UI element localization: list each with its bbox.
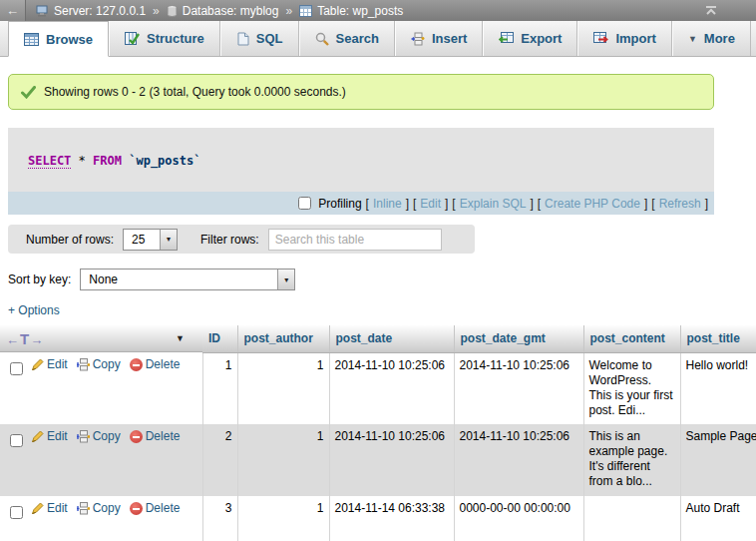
profiling-label: Profiling — [318, 197, 361, 211]
browse-icon — [24, 33, 39, 46]
profiling-checkbox[interactable] — [298, 197, 311, 210]
edit-row-link[interactable]: Edit — [31, 429, 68, 444]
nav-back-button[interactable]: ← — [0, 0, 26, 21]
delete-row-link[interactable]: Delete — [130, 357, 181, 372]
header-post-title[interactable]: post_title — [680, 325, 756, 352]
header-post-date-gmt[interactable]: post_date_gmt — [454, 325, 583, 352]
breadcrumb-table[interactable]: Table: wp_posts — [317, 4, 403, 18]
bracket: [ — [538, 197, 541, 211]
sort-by-key-label: Sort by key: — [8, 272, 71, 286]
cell-post-date-gmt: 2014-11-10 10:25:06 — [454, 424, 583, 496]
row-checkbox[interactable] — [10, 434, 23, 447]
options-toggle-link[interactable]: + Options — [8, 303, 60, 317]
cell-post-title: Hello world! — [680, 352, 756, 424]
cell-post-content — [583, 496, 680, 541]
sort-by-key-value: None — [81, 270, 277, 289]
export-icon — [499, 32, 514, 45]
row-checkbox[interactable] — [10, 362, 23, 375]
number-of-rows-value: 25 — [124, 230, 160, 250]
select-caret-icon: ▾ — [160, 230, 177, 250]
create-php-code-link[interactable]: Create PHP Code — [545, 197, 640, 211]
breadcrumb-database[interactable]: Database: myblog — [183, 4, 279, 18]
delete-icon — [130, 358, 143, 371]
sql-table-ref: `wp_posts` — [129, 154, 200, 168]
cell-post-content: Welcome to WordPress. This is your first… — [583, 352, 680, 424]
row-actions: EditCopyDelete — [0, 496, 202, 541]
sort-by-key-row: Sort by key: None ▾ — [8, 269, 756, 290]
breadcrumb-server[interactable]: Server: 127.0.0.1 — [54, 4, 146, 18]
tab-label: Insert — [432, 31, 467, 46]
table-row: EditCopyDelete 1 1 2014-11-10 10:25:06 2… — [0, 352, 756, 424]
sort-by-key-select[interactable]: None ▾ — [80, 269, 295, 290]
tab-browse[interactable]: Browse — [8, 21, 109, 57]
results-table: ←T→ ▼ ID post_author post_date post_date… — [0, 325, 756, 541]
explain-sql-link[interactable]: Explain SQL — [460, 197, 527, 211]
cell-post-content: This is an example page. It's different … — [583, 424, 680, 496]
tab-label: SQL — [256, 31, 283, 46]
select-caret-icon: ▾ — [277, 270, 294, 289]
sort-caret-icon[interactable]: ▼ — [176, 333, 185, 343]
structure-icon — [125, 32, 140, 45]
header-post-author[interactable]: post_author — [237, 325, 329, 352]
rows-control-bar: Number of rows: 25 ▾ Filter rows: — [8, 225, 475, 254]
column-marker-icon[interactable]: ←T→ — [6, 330, 44, 347]
copy-row-link[interactable]: Copy — [77, 501, 121, 516]
sql-query: SELECT * FROM `wp_posts` — [8, 128, 714, 192]
tab-search[interactable]: Search — [299, 21, 395, 56]
tab-more[interactable]: ▼ More — [672, 21, 751, 56]
sql-page-icon — [236, 32, 249, 46]
header-id[interactable]: ID — [202, 325, 237, 352]
delete-row-link[interactable]: Delete — [130, 429, 181, 444]
chevron-down-icon: ▼ — [688, 34, 697, 44]
bracket: [ — [413, 197, 416, 211]
edit-row-link[interactable]: Edit — [31, 357, 68, 372]
inline-link[interactable]: Inline — [373, 197, 402, 211]
tab-sql[interactable]: SQL — [220, 21, 299, 56]
bracket: ] — [705, 197, 708, 211]
tab-insert[interactable]: Insert — [395, 21, 483, 56]
breadcrumb-separator: » — [285, 4, 292, 18]
tab-export[interactable]: Export — [483, 21, 577, 56]
row-checkbox[interactable] — [10, 506, 23, 519]
cell-post-date-gmt: 2014-11-10 10:25:06 — [454, 352, 583, 424]
number-of-rows-select[interactable]: 25 ▾ — [123, 229, 178, 251]
row-actions: EditCopyDelete — [0, 424, 202, 496]
number-of-rows-label: Number of rows: — [26, 233, 114, 247]
row-actions: EditCopyDelete — [0, 352, 202, 424]
delete-icon — [130, 502, 143, 515]
sql-star: * — [79, 154, 86, 168]
pencil-icon — [31, 358, 44, 371]
breadcrumb: Server: 127.0.0.1 » Database: myblog » T… — [36, 4, 403, 18]
refresh-link[interactable]: Refresh — [659, 197, 701, 211]
table-row: EditCopyDelete 2 1 2014-11-10 10:25:06 2… — [0, 424, 756, 496]
filter-rows-input[interactable] — [268, 229, 442, 251]
copy-row-link[interactable]: Copy — [77, 357, 121, 372]
header-actions: ←T→ ▼ — [0, 325, 202, 352]
cell-id: 2 — [202, 424, 237, 496]
tab-bar: Browse Structure SQL Search Insert Expor… — [0, 21, 756, 57]
pencil-icon — [31, 502, 44, 515]
cell-post-date: 2014-11-10 10:25:06 — [329, 424, 454, 496]
search-icon — [315, 32, 329, 46]
header-post-content[interactable]: post_content — [583, 325, 680, 352]
table-header-row: ←T→ ▼ ID post_author post_date post_date… — [0, 325, 756, 352]
tab-label: Export — [521, 31, 562, 46]
filter-rows-label: Filter rows: — [200, 233, 259, 247]
bracket: ] — [406, 197, 409, 211]
edit-query-link[interactable]: Edit — [420, 197, 441, 211]
bracket: [ — [651, 197, 654, 211]
table-icon — [299, 5, 312, 17]
sql-keyword-from: FROM — [93, 154, 122, 168]
tab-label: More — [704, 31, 735, 46]
tab-import[interactable]: Import — [577, 21, 671, 56]
breadcrumb-separator: » — [153, 4, 160, 18]
header-post-date[interactable]: post_date — [329, 325, 454, 352]
bracket: ] — [644, 197, 647, 211]
cell-post-author: 1 — [237, 352, 329, 424]
bracket: [ — [366, 197, 369, 211]
edit-row-link[interactable]: Edit — [31, 501, 68, 516]
delete-row-link[interactable]: Delete — [130, 501, 181, 516]
tab-structure[interactable]: Structure — [109, 21, 220, 56]
collapse-panel-icon[interactable] — [704, 5, 718, 16]
copy-row-link[interactable]: Copy — [77, 429, 121, 444]
